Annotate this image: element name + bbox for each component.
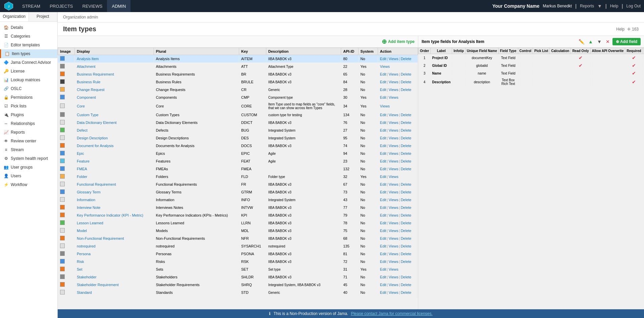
sidebar-item-pick-lists[interactable]: ☑ Pick lists	[0, 102, 57, 110]
action-views[interactable]: Views	[389, 267, 398, 271]
action-edit[interactable]: Edit	[380, 229, 386, 233]
action-edit[interactable]: Edit	[380, 121, 386, 125]
action-delete[interactable]: Delete	[401, 198, 412, 202]
action-edit[interactable]: Edit	[380, 159, 386, 163]
action-views[interactable]: Views	[389, 252, 398, 256]
action-delete[interactable]: Delete	[401, 151, 412, 155]
sidebar-item-review-center[interactable]: 👁 Review center	[0, 137, 57, 145]
sidebar-item-details[interactable]: 🏠 Details	[0, 23, 57, 32]
action-delete[interactable]: Delete	[401, 221, 412, 225]
action-views[interactable]: Views	[389, 88, 398, 92]
action-views[interactable]: Views	[389, 144, 398, 148]
action-edit[interactable]: Edit	[380, 182, 386, 186]
action-edit[interactable]: Edit	[380, 236, 386, 240]
edit-field-button[interactable]: ✏️	[577, 38, 586, 45]
nav-stream[interactable]: STREAM	[17, 0, 45, 12]
action-views[interactable]: Views	[389, 229, 398, 233]
action-edit[interactable]: Edit	[380, 221, 386, 225]
action-views[interactable]: Views	[389, 206, 398, 210]
action-edit[interactable]: Edit	[380, 72, 386, 76]
action-views[interactable]: Views	[389, 213, 398, 217]
action-edit[interactable]: Edit	[380, 267, 386, 271]
action-edit[interactable]: Edit	[380, 260, 386, 264]
nav-admin[interactable]: ADMIN	[107, 0, 130, 12]
sidebar-item-reports[interactable]: 📈 Reports	[0, 128, 57, 137]
delete-field-button[interactable]: ✕	[604, 38, 611, 45]
action-delete[interactable]: Delete	[401, 275, 412, 279]
action-views[interactable]: Views	[389, 72, 398, 76]
action-views[interactable]: Views	[389, 175, 398, 179]
items-table-container[interactable]: Image Display Plural Key Description API…	[58, 48, 418, 309]
action-delete[interactable]: Delete	[401, 88, 412, 92]
sidebar-item-lookup-matrices[interactable]: 📊 Lookup matrices	[0, 76, 57, 84]
action-delete[interactable]: Delete	[401, 229, 412, 233]
nav-help[interactable]: Help	[610, 4, 619, 8]
action-views[interactable]: Views	[389, 159, 398, 163]
action-delete[interactable]: Delete	[401, 136, 412, 140]
action-delete[interactable]: Delete	[401, 206, 412, 210]
action-edit[interactable]: Edit	[380, 167, 386, 171]
sidebar-item-permissions[interactable]: 🔒 Permissions	[0, 93, 57, 102]
action-views[interactable]: Views	[389, 113, 398, 117]
contact-link[interactable]: Please contact Jama for commercial licen…	[351, 311, 432, 316]
action-edit[interactable]: Edit	[380, 128, 386, 132]
action-views[interactable]: Views	[389, 290, 398, 294]
action-delete[interactable]: Delete	[401, 260, 412, 264]
action-edit[interactable]: Edit	[380, 57, 386, 61]
add-item-button[interactable]: ⊕ Add item type	[382, 38, 415, 45]
action-edit[interactable]: Edit	[380, 175, 386, 179]
action-delete[interactable]: Delete	[401, 80, 412, 84]
action-views[interactable]: Views	[380, 104, 390, 108]
action-views[interactable]: Views	[380, 64, 390, 69]
sidebar-item-jama-connect[interactable]: 🔷 Jama Connect Advisor	[0, 58, 57, 67]
action-edit[interactable]: Edit	[380, 290, 386, 294]
nav-projects[interactable]: PROJECTS	[45, 0, 77, 12]
right-table-container[interactable]: Order Label Infotip Unique Field Name Fi…	[418, 48, 644, 309]
action-delete[interactable]: Delete	[401, 252, 412, 256]
action-views[interactable]: Views	[389, 283, 398, 287]
action-views[interactable]: Views	[389, 57, 398, 61]
action-views[interactable]: Views	[389, 128, 398, 132]
action-views[interactable]: Views	[389, 244, 398, 248]
sidebar-item-user-groups[interactable]: 👥 User groups	[0, 163, 57, 172]
action-views[interactable]: Views	[389, 136, 398, 140]
action-views[interactable]: Views	[389, 260, 398, 264]
action-edit[interactable]: Edit	[380, 95, 386, 99]
action-delete[interactable]: Delete	[401, 121, 412, 125]
action-views[interactable]: Views	[389, 121, 398, 125]
action-delete[interactable]: Delete	[401, 290, 412, 294]
sidebar-item-plugins[interactable]: 🔌 Plugins	[0, 110, 57, 119]
sidebar-item-editor-templates[interactable]: 📄 Editor templates	[0, 41, 57, 49]
action-edit[interactable]: Edit	[380, 206, 386, 210]
action-edit[interactable]: Edit	[380, 198, 386, 202]
nav-reports[interactable]: Reports	[580, 4, 594, 8]
tab-project[interactable]: Project	[29, 12, 58, 21]
action-delete[interactable]: Delete	[401, 57, 412, 61]
move-down-button[interactable]: ▼	[596, 38, 603, 45]
action-edit[interactable]: Edit	[380, 151, 386, 155]
sidebar-item-workflow[interactable]: ⚡ Workflow	[0, 180, 57, 189]
sidebar-item-oslc[interactable]: 🔗 OSLC	[0, 84, 57, 93]
action-edit[interactable]: Edit	[380, 213, 386, 217]
action-views[interactable]: Views	[389, 190, 398, 194]
action-delete[interactable]: Delete	[401, 236, 412, 240]
action-delete[interactable]: Delete	[401, 159, 412, 163]
action-views[interactable]: Views	[389, 275, 398, 279]
action-views[interactable]: Views	[389, 182, 398, 186]
action-delete[interactable]: Delete	[401, 167, 412, 171]
sidebar-item-system-health[interactable]: ⚙ System health report	[0, 154, 57, 163]
action-delete[interactable]: Delete	[401, 190, 412, 194]
action-delete[interactable]: Delete	[401, 182, 412, 186]
action-views[interactable]: Views	[389, 236, 398, 240]
action-edit[interactable]: Edit	[380, 136, 386, 140]
action-delete[interactable]: Delete	[401, 113, 412, 117]
add-field-button[interactable]: ⊕ Add field	[612, 38, 641, 45]
action-edit[interactable]: Edit	[380, 252, 386, 256]
nav-logout[interactable]: Log Out	[626, 4, 641, 8]
sidebar-item-item-types[interactable]: 📋 Item types	[0, 49, 57, 58]
action-views[interactable]: Views	[389, 167, 398, 171]
action-views[interactable]: Views	[389, 221, 398, 225]
action-edit[interactable]: Edit	[380, 80, 386, 84]
action-edit[interactable]: Edit	[380, 144, 386, 148]
action-delete[interactable]: Delete	[401, 128, 412, 132]
